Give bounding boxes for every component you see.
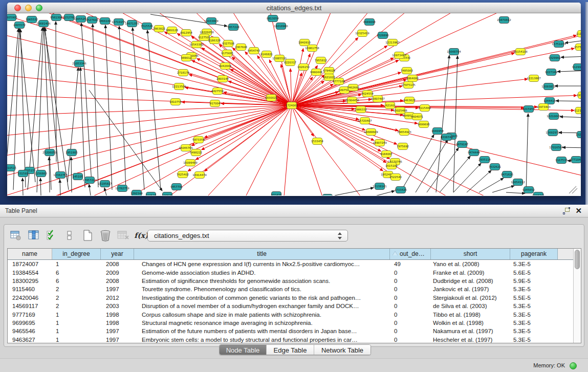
table-row[interactable]: 1456911722003Disruption of a novel membe… — [8, 302, 573, 310]
graph-node[interactable]: 20691406 — [36, 20, 51, 27]
table-row[interactable]: 946362711997Embryonic stem cells: a mode… — [8, 336, 573, 343]
graph-node[interactable]: 1540465 — [321, 194, 334, 196]
graph-node[interactable]: 7485063 — [401, 68, 413, 74]
graph-node[interactable]: 16046766 — [179, 145, 193, 151]
graph-node[interactable]: 2367608 — [235, 44, 248, 51]
graph-node[interactable]: 16195817 — [98, 181, 112, 187]
graph-node[interactable]: 9129956 — [572, 64, 581, 71]
graph-node[interactable]: 9912954 — [180, 30, 193, 36]
table-row[interactable]: 1938455462009Genome-wide association stu… — [8, 268, 573, 276]
graph-node[interactable]: 20870812 — [497, 17, 511, 24]
graph-node[interactable]: 9329961 — [549, 55, 561, 61]
graph-node[interactable]: 19218986 — [274, 23, 288, 30]
graph-node[interactable]: 9457791 — [170, 184, 183, 190]
graph-node[interactable]: 8427552 — [211, 88, 224, 95]
graph-node[interactable]: 12213887 — [527, 75, 540, 82]
column-header[interactable] — [558, 249, 574, 259]
graph-node[interactable]: 21053346 — [72, 60, 86, 67]
graph-node[interactable]: 1864080 — [406, 75, 419, 82]
graph-node[interactable]: 9860128 — [166, 27, 179, 34]
table-row[interactable]: 969969511998Structural magnetic resonanc… — [8, 319, 573, 327]
graph-node[interactable]: 1244415 — [543, 98, 556, 104]
graph-node[interactable]: 1830021 — [265, 95, 277, 101]
graph-node[interactable]: 1292344 — [130, 190, 143, 196]
graph-node[interactable]: 15720407 — [358, 118, 372, 124]
graph-node[interactable]: 10325419 — [355, 30, 369, 37]
table-panel-header[interactable]: Table Panel ✕ — [0, 205, 588, 217]
graph-node[interactable]: 1156863 — [35, 170, 47, 177]
graph-node[interactable]: 12213509 — [172, 83, 186, 90]
graph-node[interactable]: 8338741 — [441, 134, 453, 141]
column-header[interactable]: title — [134, 249, 390, 259]
graph-node[interactable]: 9115460 — [419, 105, 431, 112]
graph-node[interactable]: 7632621 — [489, 164, 501, 170]
graph-node[interactable]: 12342757 — [53, 172, 67, 179]
graph-node[interactable]: 7975692 — [397, 143, 409, 150]
graph-node[interactable]: 16543382 — [189, 41, 203, 48]
graph-node[interactable]: 7857224 — [227, 24, 240, 31]
graph-node[interactable]: 18907249 — [373, 140, 387, 146]
graph-node[interactable]: 1975108 — [577, 92, 581, 99]
tab-network-table[interactable]: Network Table — [314, 345, 371, 355]
graph-node[interactable]: 15138141 — [373, 183, 386, 190]
graph-node[interactable]: 9474444 — [468, 149, 481, 156]
graph-node[interactable]: 16961758 — [305, 45, 319, 52]
graph-node[interactable]: 3624554 — [361, 91, 374, 97]
graph-node[interactable]: 7955812 — [315, 57, 327, 64]
memory-status-indicator[interactable] — [570, 362, 577, 369]
graph-node[interactable]: 2803144 — [216, 76, 229, 82]
graph-node[interactable]: 9463627 — [403, 97, 416, 104]
graph-node[interactable]: 1640954 — [431, 128, 444, 135]
graph-node[interactable]: 1533454 — [311, 138, 324, 145]
graph-node[interactable]: 16099489 — [183, 160, 198, 166]
window-titlebar[interactable]: citations_edges.txt — [7, 3, 581, 13]
graph-node[interactable]: 1121758 — [574, 107, 581, 114]
graph-node[interactable]: 17957223 — [82, 177, 96, 184]
select-rows-icon[interactable] — [45, 229, 58, 242]
clear-selection-icon[interactable] — [63, 229, 76, 242]
graph-node[interactable]: 145105 — [73, 173, 83, 180]
graph-node[interactable]: 9699695 — [418, 121, 430, 128]
graph-node[interactable]: 9990448 — [310, 69, 323, 76]
graph-node[interactable]: 910515 — [146, 192, 157, 196]
zoom-window-button[interactable] — [36, 5, 42, 11]
select-columns-icon[interactable] — [27, 229, 40, 242]
resize-grip[interactable] — [569, 186, 577, 193]
graph-node[interactable]: 9879197 — [456, 141, 468, 148]
graph-node[interactable]: 16914479 — [192, 172, 207, 179]
column-header[interactable]: year — [101, 249, 134, 259]
graph-node[interactable]: 7515526 — [141, 23, 154, 30]
column-header[interactable]: pagerank — [510, 249, 558, 259]
graph-node[interactable]: 9242844 — [219, 63, 232, 70]
graph-node[interactable]: 8813054 — [267, 15, 279, 22]
graph-node[interactable]: 1575103 — [574, 44, 581, 51]
graph-node[interactable]: 7986332 — [355, 106, 367, 113]
graph-node[interactable]: 2718176 — [177, 70, 190, 76]
graph-node[interactable]: 5810515 — [7, 165, 16, 171]
graph-node[interactable]: 12213967 — [385, 39, 399, 46]
graph-node[interactable]: 1724061 — [286, 102, 298, 109]
graph-node[interactable]: 8689094 — [363, 19, 376, 26]
close-panel-icon[interactable]: ✕ — [575, 206, 582, 215]
graph-node[interactable]: 8454743 — [248, 48, 260, 54]
graph-node[interactable]: 1771045 — [570, 157, 581, 163]
table-row[interactable]: 911546021997Tourette syndrome. Phenomeno… — [8, 285, 573, 293]
table-row[interactable]: 1872400712008Changes of HCN gene express… — [8, 260, 573, 268]
table-row[interactable]: 977716911998Corpus callosum shape and si… — [8, 310, 573, 318]
graph-node[interactable]: 1810755 — [169, 99, 182, 105]
float-panel-icon[interactable] — [563, 208, 570, 214]
close-window-button[interactable] — [14, 5, 21, 11]
tab-edge-table[interactable]: Edge Table — [267, 345, 314, 355]
graph-node[interactable]: 15692971 — [546, 129, 559, 136]
graph-node[interactable]: 931432 — [271, 192, 282, 196]
graph-node[interactable]: 16648794 — [447, 49, 461, 55]
table-settings-icon[interactable] — [9, 229, 23, 242]
graph-node[interactable]: 917004 — [210, 100, 221, 107]
graph-node[interactable]: 1528896 — [377, 32, 389, 39]
graph-node[interactable]: 8471626 — [501, 171, 514, 178]
graph-node[interactable]: 1733426 — [395, 187, 407, 193]
graph-node[interactable]: 19654923 — [397, 129, 411, 136]
graph-node[interactable]: 10973493 — [392, 52, 406, 59]
graph-node[interactable]: 10973403 — [536, 104, 550, 111]
graph-node[interactable]: 9175685 — [221, 50, 233, 57]
